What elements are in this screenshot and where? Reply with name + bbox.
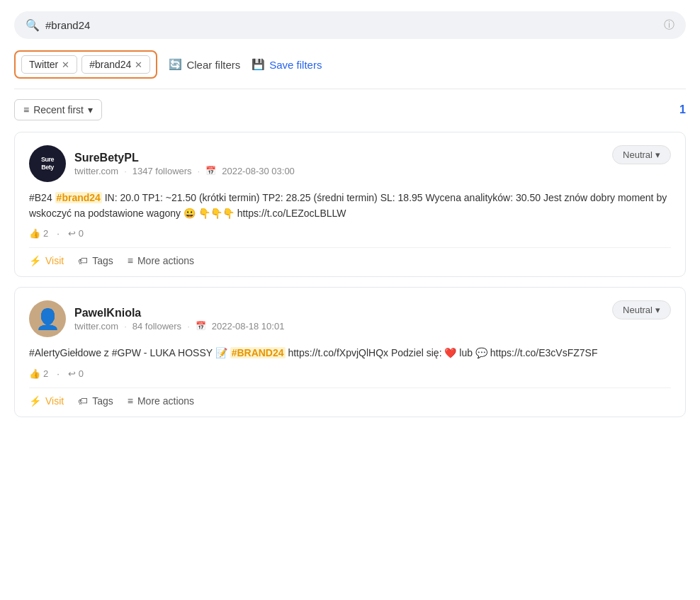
author-info-1: SureBetyPL twitter.com · 1347 followers … xyxy=(74,152,295,176)
sentiment-label-1: Neutral xyxy=(623,149,653,160)
source-1: twitter.com xyxy=(74,166,118,176)
filter-actions: 🔄 Clear filters 💾 Save filters xyxy=(169,58,322,71)
author-info-2: PawelKniola twitter.com · 84 followers ·… xyxy=(74,307,284,332)
share-icon-1: ↩ xyxy=(68,228,76,239)
result-card-pawelkniola: 👤 PawelKniola twitter.com · 84 followers… xyxy=(14,287,686,417)
sentiment-badge-1[interactable]: Neutral ▾ xyxy=(612,145,671,164)
clear-filters-button[interactable]: 🔄 Clear filters xyxy=(169,58,240,71)
results-count: 1 xyxy=(679,103,686,116)
avatar-pawelkniola: 👤 xyxy=(29,300,66,337)
filter-tags-group: Twitter ✕ #brand24 ✕ xyxy=(14,50,157,79)
filter-tag-brand24[interactable]: #brand24 ✕ xyxy=(81,55,150,74)
filter-tag-twitter-label: Twitter xyxy=(29,59,58,70)
card-header-2: 👤 PawelKniola twitter.com · 84 followers… xyxy=(29,300,671,337)
sort-bar: ≡ Recent first ▾ 1 xyxy=(14,99,686,120)
save-filters-label: Save filters xyxy=(269,59,322,71)
main-container: 🔍 ⓘ Twitter ✕ #brand24 ✕ 🔄 Clear filters… xyxy=(0,0,700,600)
filter-tag-brand24-close[interactable]: ✕ xyxy=(135,60,142,69)
visit-button-2[interactable]: ⚡ Visit xyxy=(29,395,64,407)
likes-2: 👍 2 xyxy=(29,368,48,379)
card-header-1: SureBety SureBetyPL twitter.com · 1347 f… xyxy=(29,145,671,182)
more-icon-2: ≡ xyxy=(128,395,133,407)
highlighted-keyword-2: #BRAND24 xyxy=(230,347,286,358)
followers-1: 1347 followers xyxy=(132,166,192,176)
shares-1: ↩ 0 xyxy=(68,228,84,239)
followers-2: 84 followers xyxy=(132,321,181,332)
search-input[interactable] xyxy=(45,19,658,31)
like-icon-1: 👍 xyxy=(29,228,40,239)
sentiment-badge-2[interactable]: Neutral ▾ xyxy=(612,300,671,319)
share-icon-2: ↩ xyxy=(68,368,76,379)
sentiment-chevron-1: ▾ xyxy=(655,149,660,160)
card-stats-2: 👍 2 · ↩ 0 xyxy=(29,368,671,379)
refresh-icon: 🔄 xyxy=(169,58,182,71)
sort-button[interactable]: ≡ Recent first ▾ xyxy=(14,99,102,120)
date-1: 2022-08-30 03:00 xyxy=(222,166,295,176)
info-icon: ⓘ xyxy=(664,18,674,32)
author-meta-2: twitter.com · 84 followers · 📅 2022-08-1… xyxy=(74,321,284,332)
tags-button-1[interactable]: 🏷 Tags xyxy=(78,255,113,266)
tag-icon-1: 🏷 xyxy=(78,255,88,266)
avatar-surebetypl: SureBety xyxy=(29,145,66,182)
more-actions-button-2[interactable]: ≡ More actions xyxy=(128,395,194,407)
sentiment-label-2: Neutral xyxy=(623,305,653,315)
card-actions-2: ⚡ Visit 🏷 Tags ≡ More actions xyxy=(29,387,671,407)
tags-button-2[interactable]: 🏷 Tags xyxy=(78,395,113,407)
card-stats-1: 👍 2 · ↩ 0 xyxy=(29,228,671,239)
tag-icon-2: 🏷 xyxy=(78,395,88,407)
card-author-block-1: SureBety SureBetyPL twitter.com · 1347 f… xyxy=(29,145,295,182)
more-icon-1: ≡ xyxy=(128,255,133,266)
save-icon: 💾 xyxy=(252,58,265,71)
chevron-down-icon: ▾ xyxy=(88,104,93,115)
visit-button-1[interactable]: ⚡ Visit xyxy=(29,255,64,266)
calendar-icon-2: 📅 xyxy=(196,321,206,331)
date-2: 2022-08-18 10:01 xyxy=(212,321,285,332)
sentiment-chevron-2: ▾ xyxy=(655,305,660,315)
search-bar: 🔍 ⓘ xyxy=(14,11,686,39)
card-actions-1: ⚡ Visit 🏷 Tags ≡ More actions xyxy=(29,247,671,266)
bolt-icon-1: ⚡ xyxy=(29,255,41,266)
filter-tag-brand24-label: #brand24 xyxy=(89,59,131,70)
result-card-surebetypl: SureBety SureBetyPL twitter.com · 1347 f… xyxy=(14,132,686,277)
filter-tag-twitter-close[interactable]: ✕ xyxy=(62,60,69,69)
like-icon-2: 👍 xyxy=(29,368,40,379)
card-text-1: #B24 #brand24 IN: 20.0 TP1: ~21.50 (krót… xyxy=(29,191,671,221)
author-meta-1: twitter.com · 1347 followers · 📅 2022-08… xyxy=(74,166,295,176)
likes-1: 👍 2 xyxy=(29,228,48,239)
clear-filters-label: Clear filters xyxy=(186,59,240,71)
sort-icon: ≡ xyxy=(23,104,29,115)
author-name-2: PawelKniola xyxy=(74,307,284,319)
source-2: twitter.com xyxy=(74,321,118,332)
calendar-icon-1: 📅 xyxy=(205,166,216,176)
save-filters-button[interactable]: 💾 Save filters xyxy=(252,58,322,71)
highlighted-keyword-1: #brand24 xyxy=(55,192,102,203)
more-actions-button-1[interactable]: ≡ More actions xyxy=(128,255,194,266)
card-text-2: #AlertyGiełdowe z #GPW - LUKA HOSSY 📝 #B… xyxy=(29,346,671,361)
search-icon: 🔍 xyxy=(26,18,40,32)
filter-bar: Twitter ✕ #brand24 ✕ 🔄 Clear filters 💾 S… xyxy=(14,50,686,89)
card-author-block-2: 👤 PawelKniola twitter.com · 84 followers… xyxy=(29,300,284,337)
bolt-icon-2: ⚡ xyxy=(29,395,41,407)
author-name-1: SureBetyPL xyxy=(74,152,295,164)
filter-tag-twitter[interactable]: Twitter ✕ xyxy=(21,55,77,74)
sort-label: Recent first xyxy=(33,104,84,115)
shares-2: ↩ 0 xyxy=(68,368,84,379)
